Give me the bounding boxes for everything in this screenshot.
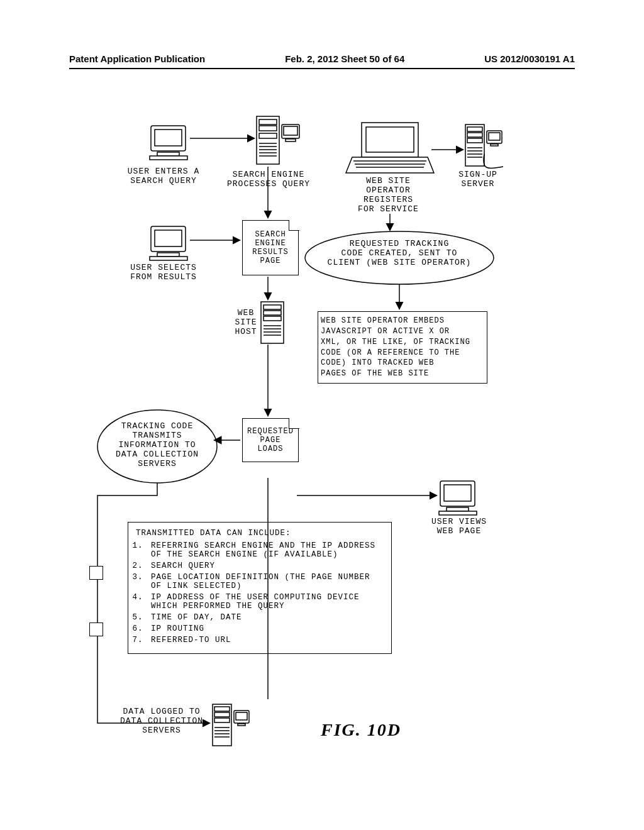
transmitted-item-2: SEARCH QUERY (148, 562, 384, 570)
label-user-enters-query: USER ENTERS A SEARCH QUERY (116, 167, 211, 185)
svg-rect-45 (440, 481, 475, 506)
label-data-logged: DATA LOGGED TO DATA COLLECTION SERVERS (118, 707, 206, 735)
transmitted-data-list: TRANSMITTED DATA CAN INCLUDE: REFERRING … (128, 522, 392, 654)
svg-rect-48 (439, 511, 477, 515)
svg-rect-14 (284, 126, 297, 135)
svg-rect-33 (157, 253, 179, 257)
sidebox-top (89, 566, 103, 580)
doc-search-results-page: SEARCH ENGINE RESULTS PAGE (242, 220, 299, 275)
svg-rect-30 (491, 144, 498, 146)
patent-page: Patent Application Publication Feb. 2, 2… (0, 0, 644, 830)
sidebox-bottom (89, 622, 103, 636)
svg-rect-49 (213, 704, 231, 746)
svg-rect-38 (264, 316, 281, 321)
svg-rect-59 (238, 724, 245, 726)
header-left: Patent Application Publication (69, 53, 205, 64)
svg-rect-6 (259, 126, 277, 131)
svg-rect-15 (286, 139, 296, 141)
svg-rect-23 (467, 138, 482, 143)
svg-rect-29 (489, 133, 500, 140)
svg-rect-57 (234, 711, 249, 723)
svg-rect-1 (155, 130, 182, 146)
svg-rect-5 (259, 119, 277, 124)
diagram-canvas: USER ENTERS A SEARCH QUERY SEARCH ENGINE… (69, 75, 575, 780)
transmitted-list-title: TRANSMITTED DATA CAN INCLUDE: (136, 529, 384, 538)
svg-rect-21 (467, 127, 482, 131)
svg-rect-58 (236, 712, 247, 720)
svg-rect-31 (151, 226, 186, 252)
svg-rect-52 (214, 718, 230, 722)
page-header: Patent Application Publication Feb. 2, 2… (69, 53, 575, 64)
label-user-views-page: USER VIEWS WEB PAGE (421, 517, 497, 536)
transmitted-item-6: IP ROUTING (148, 624, 384, 633)
label-search-engine-processes: SEARCH ENGINE PROCESSES QUERY (218, 170, 319, 189)
svg-rect-7 (259, 133, 277, 138)
label-signup-server: SIGN-UP SERVER (443, 170, 513, 189)
label-user-selects-results: USER SELECTS FROM RESULTS (116, 263, 211, 282)
transmitted-item-1: REFERRING SEARCH ENGINE AND THE IP ADDRE… (148, 541, 384, 559)
svg-rect-51 (214, 712, 230, 717)
svg-rect-13 (282, 124, 299, 138)
header-rule (69, 68, 575, 69)
transmitted-item-5: TIME OF DAY, DATE (148, 613, 384, 622)
header-right: US 2012/0030191 A1 (484, 53, 575, 64)
svg-rect-16 (366, 127, 414, 152)
transmitted-item-3: PAGE LOCATION DEFINITION (THE PAGE NUMBE… (148, 573, 384, 590)
svg-rect-36 (264, 305, 281, 309)
label-website-host: WEB SITE HOST (230, 308, 262, 336)
svg-rect-28 (487, 131, 502, 143)
svg-rect-35 (261, 302, 284, 343)
doc-requested-page-text: REQUESTED PAGE LOADS (247, 427, 294, 453)
svg-rect-22 (467, 133, 482, 137)
transmitted-item-7: REFERRED-TO URL (148, 636, 384, 645)
svg-rect-34 (150, 257, 187, 260)
doc-requested-page: REQUESTED PAGE LOADS (242, 418, 299, 462)
transmitted-item-4: IP ADDRESS OF THE USER COMPUTING DEVICE … (148, 593, 384, 611)
doc-search-results-page-text: SEARCH ENGINE RESULTS PAGE (252, 230, 288, 265)
svg-rect-20 (465, 124, 484, 166)
label-website-operator-registers: WEB SITE OPERATOR REGISTERS FOR SERVICE (340, 176, 437, 214)
svg-rect-2 (157, 152, 179, 156)
svg-rect-37 (264, 311, 281, 315)
svg-rect-47 (447, 507, 469, 511)
svg-rect-3 (150, 156, 187, 160)
header-center: Feb. 2, 2012 Sheet 50 of 64 (285, 53, 404, 64)
svg-rect-50 (214, 707, 230, 711)
svg-rect-32 (155, 230, 182, 246)
label-tracking-code-created: REQUESTED TRACKING CODE CREATED, SENT TO… (314, 239, 484, 267)
box-operator-embeds: WEB SITE OPERATOR EMBEDS JAVASCRIPT OR A… (318, 311, 487, 384)
box-operator-embeds-text: WEB SITE OPERATOR EMBEDS JAVASCRIPT OR A… (321, 316, 470, 379)
figure-label: FIG. 10D (321, 720, 401, 740)
svg-rect-4 (257, 116, 279, 164)
svg-rect-46 (444, 485, 471, 501)
label-tracking-transmits: TRACKING CODE TRANSMITS INFORMATION TO D… (104, 421, 211, 468)
svg-rect-0 (151, 126, 186, 151)
